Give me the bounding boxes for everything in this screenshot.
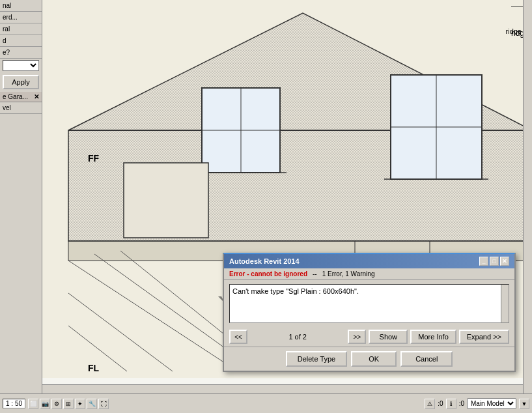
expand-icon[interactable]: ⛶ (98, 399, 109, 409)
error-label: Error - cannot be ignored (229, 270, 307, 278)
sidebar-item-e[interactable]: e? (0, 47, 42, 59)
scroll-right[interactable] (523, 0, 532, 393)
error-message-text: Can't make type "Sgl Plain : 600x640h". (232, 287, 359, 295)
error-dialog: Autodesk Revit 2014 _ □ ✕ Error - cannot… (223, 253, 516, 372)
settings-icon[interactable]: ⚙ (51, 399, 62, 409)
dialog-titlebar: Autodesk Revit 2014 _ □ ✕ (224, 254, 514, 268)
nav-row: << 1 of 2 >> Show More Info Expand >> (224, 327, 514, 347)
sidebar-item-erd[interactable]: erd... (0, 12, 42, 23)
scroll-bottom[interactable] (42, 384, 523, 393)
more-info-button[interactable]: More Info (410, 330, 456, 344)
ok-button[interactable]: OK (351, 351, 397, 367)
error-separator: -- (313, 270, 317, 278)
svg-text:FL: FL (88, 363, 100, 373)
apply-button[interactable]: Apply (3, 75, 39, 89)
scale-display: 1 : 50 (3, 399, 25, 408)
nav-prev-button[interactable]: << (229, 330, 247, 344)
error-message-area: Can't make type "Sgl Plain : 600x640h". (229, 284, 509, 323)
left-sidebar: nal erd... ral d e? Apply e Gara... ✕ ve… (0, 0, 42, 393)
svg-text:FF: FF (88, 153, 100, 164)
sidebar-tab-label: e Gara... (3, 93, 28, 100)
zero2-count: :0 (459, 400, 464, 407)
sidebar-item-nal[interactable]: nal (0, 0, 42, 12)
message-scrollbar[interactable] (501, 285, 509, 322)
viewport-icon[interactable]: ⬜ (28, 399, 38, 409)
expand-button[interactable]: Expand >> (459, 330, 509, 344)
status-icons: ⬜ 📷 ⚙ ⊞ ✦ 🔧 ⛶ (28, 399, 109, 409)
sidebar-item-ral[interactable]: ral (0, 23, 42, 35)
dialog-title: Autodesk Revit 2014 (229, 257, 300, 265)
model-selector[interactable]: Main Model (467, 398, 516, 409)
zero-count: :0 (438, 400, 443, 407)
cancel-button[interactable]: Cancel (400, 351, 453, 367)
svg-rect-20 (124, 163, 208, 238)
sidebar-level: vel (0, 102, 42, 114)
titlebar-buttons: _ □ ✕ (479, 257, 509, 266)
ridge-label: ridge (506, 27, 522, 35)
error-bar: Error - cannot be ignored -- 1 Error, 1 … (224, 268, 514, 280)
error-count: 1 Error, 1 Warning (322, 270, 375, 278)
info-icon[interactable]: ℹ (446, 399, 456, 409)
nav-count-label: 1 of 2 (250, 333, 345, 341)
camera-icon[interactable]: 📷 (40, 399, 50, 409)
dialog-footer: Delete Type OK Cancel (224, 347, 514, 371)
nav-icon[interactable]: ✦ (75, 399, 85, 409)
dialog-maximize-button[interactable]: □ (490, 257, 499, 266)
close-tab-icon[interactable]: ✕ (34, 93, 39, 100)
dialog-close-button[interactable]: ✕ (500, 257, 509, 266)
sidebar-dropdown[interactable] (3, 60, 39, 71)
show-button[interactable]: Show (369, 330, 408, 344)
warning-icon[interactable]: ⚠ (425, 399, 435, 409)
tools-icon[interactable]: 🔧 (87, 399, 97, 409)
sidebar-item-d[interactable]: d (0, 35, 42, 47)
dialog-minimize-button[interactable]: _ (479, 257, 488, 266)
nav-next-button[interactable]: >> (348, 330, 366, 344)
model-dropdown-icon[interactable]: ▼ (519, 399, 529, 409)
sidebar-tab-garage[interactable]: e Gara... ✕ (0, 92, 42, 102)
grid-icon[interactable]: ⊞ (63, 399, 74, 409)
delete-type-button[interactable]: Delete Type (286, 351, 348, 367)
status-bar: 1 : 50 ⬜ 📷 ⚙ ⊞ ✦ 🔧 ⛶ ⚠ :0 ℹ :0 Main Mode… (0, 393, 532, 413)
